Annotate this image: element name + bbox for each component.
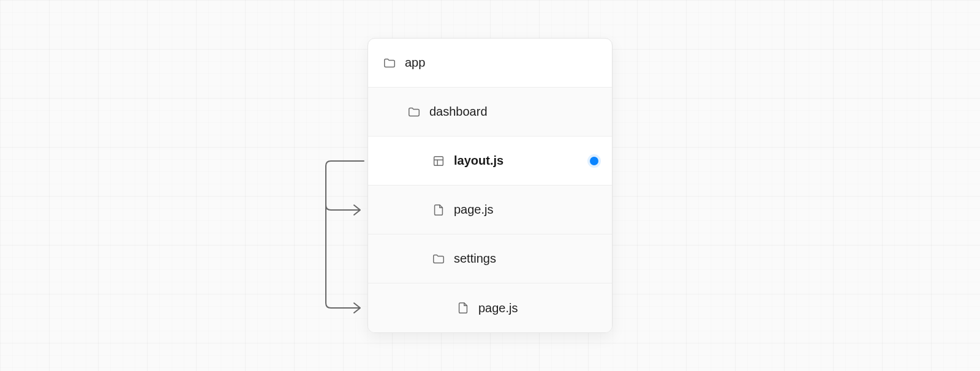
diagram-stage: app dashboard layout.j: [0, 0, 980, 371]
tree-row-root: app: [368, 39, 612, 88]
file-icon: [456, 301, 470, 315]
tree-row-settings: settings: [368, 234, 612, 283]
tree-row-label: page.js: [454, 203, 494, 217]
tree-row-label: dashboard: [429, 105, 488, 119]
active-indicator-dot: [590, 157, 598, 165]
tree-row-dashboard: dashboard: [368, 88, 612, 137]
folder-icon: [432, 252, 445, 266]
folder-icon: [383, 56, 396, 70]
tree-row-page-js: page.js: [368, 186, 612, 234]
svg-rect-0: [434, 156, 443, 165]
tree-row-label: app: [405, 56, 425, 70]
file-icon: [432, 203, 445, 217]
layout-icon: [432, 154, 445, 168]
tree-row-label: layout.js: [454, 154, 503, 168]
diagram-cluster: app dashboard layout.j: [368, 38, 612, 333]
tree-row-settings-page-js: page.js: [368, 283, 612, 332]
tree-row-label: page.js: [478, 301, 518, 315]
file-tree-card: app dashboard layout.j: [368, 38, 612, 333]
tree-row-layout-js: layout.js: [368, 137, 612, 186]
connector-arrows: [318, 38, 368, 333]
folder-icon: [407, 105, 421, 119]
tree-row-label: settings: [454, 252, 496, 266]
